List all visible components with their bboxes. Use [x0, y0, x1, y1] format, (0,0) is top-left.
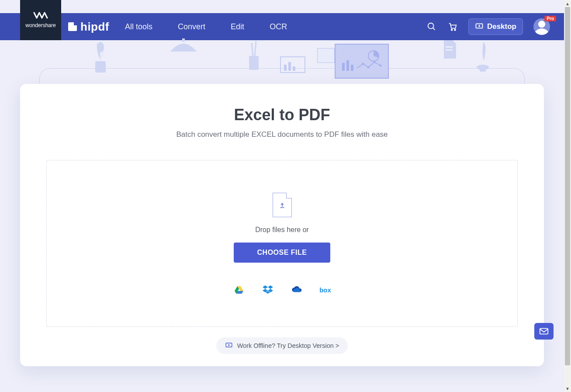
svg-line-1 [433, 28, 435, 30]
mail-icon [539, 327, 549, 335]
wondershare-text: wondershare [25, 22, 55, 28]
choose-file-button[interactable]: CHOOSE FILE [234, 243, 331, 263]
download-icon [475, 22, 484, 31]
nav-ocr[interactable]: OCR [270, 22, 287, 31]
svg-point-19 [362, 63, 364, 65]
main-navbar: hipdf All tools Convert Edit OCR Desktop… [0, 13, 564, 40]
svg-rect-13 [288, 62, 291, 71]
desktop-small-icon [225, 342, 233, 350]
nav-all-tools[interactable]: All tools [125, 22, 152, 31]
converter-card: Excel to PDF Batch convert multiple EXCE… [20, 84, 544, 366]
svg-rect-23 [446, 46, 453, 48]
page-title: Excel to PDF [46, 106, 518, 124]
scrollbar[interactable]: ▲ ▼ [564, 0, 571, 392]
svg-rect-6 [95, 61, 106, 73]
wondershare-logo[interactable]: wondershare [20, 0, 61, 40]
chat-fab[interactable] [534, 323, 554, 340]
box-icon[interactable]: box [320, 285, 331, 294]
decorative-banner [0, 40, 564, 84]
svg-point-21 [374, 61, 376, 63]
svg-point-20 [367, 66, 370, 69]
desktop-button[interactable]: Desktop [468, 18, 523, 35]
nav-edit[interactable]: Edit [231, 22, 244, 31]
svg-rect-26 [480, 66, 486, 72]
scroll-down-icon[interactable]: ▼ [564, 385, 571, 392]
page-subtitle: Batch convert multiple EXCEL documents t… [46, 130, 518, 139]
svg-point-3 [454, 29, 456, 31]
scroll-up-icon[interactable]: ▲ [564, 0, 571, 7]
scrollbar-thumb[interactable] [565, 7, 570, 365]
hipdf-logo-icon [68, 22, 77, 31]
svg-rect-16 [342, 63, 345, 71]
svg-point-0 [428, 23, 434, 29]
chart-frame-icon [335, 44, 389, 79]
svg-point-2 [451, 29, 453, 31]
svg-rect-28 [540, 329, 548, 334]
hipdf-logo-text: hipdf [80, 20, 109, 34]
svg-line-8 [252, 43, 253, 57]
wondershare-icon [33, 12, 48, 20]
svg-line-9 [255, 41, 256, 57]
drop-hint-text: Drop files here or [255, 226, 309, 234]
scrollbar-track[interactable] [564, 7, 571, 385]
svg-rect-18 [351, 65, 353, 71]
cloud-providers: box [234, 285, 331, 294]
svg-rect-14 [293, 66, 295, 71]
nav-convert[interactable]: Convert [178, 22, 205, 31]
offline-pill-label: Work Offline? Try Desktop Version > [237, 342, 339, 349]
pro-badge: Pro [544, 16, 556, 21]
svg-rect-7 [182, 38, 185, 42]
offline-pill[interactable]: Work Offline? Try Desktop Version > [216, 337, 348, 354]
onedrive-icon[interactable] [291, 285, 302, 294]
svg-point-22 [380, 65, 382, 67]
desktop-button-label: Desktop [487, 22, 516, 31]
dropzone[interactable]: Drop files here or CHOOSE FILE box [46, 160, 518, 327]
cart-icon[interactable] [447, 21, 458, 32]
chart-frame-small-icon [317, 48, 335, 63]
hipdf-logo[interactable]: hipdf [68, 20, 109, 34]
svg-rect-10 [249, 56, 259, 70]
svg-rect-12 [284, 65, 287, 71]
search-icon[interactable] [426, 21, 437, 32]
svg-point-5 [97, 42, 104, 52]
dropbox-icon[interactable] [263, 285, 273, 294]
svg-rect-24 [446, 49, 453, 51]
google-drive-icon[interactable] [234, 285, 244, 294]
upload-file-icon [273, 193, 292, 217]
svg-rect-17 [346, 60, 349, 71]
